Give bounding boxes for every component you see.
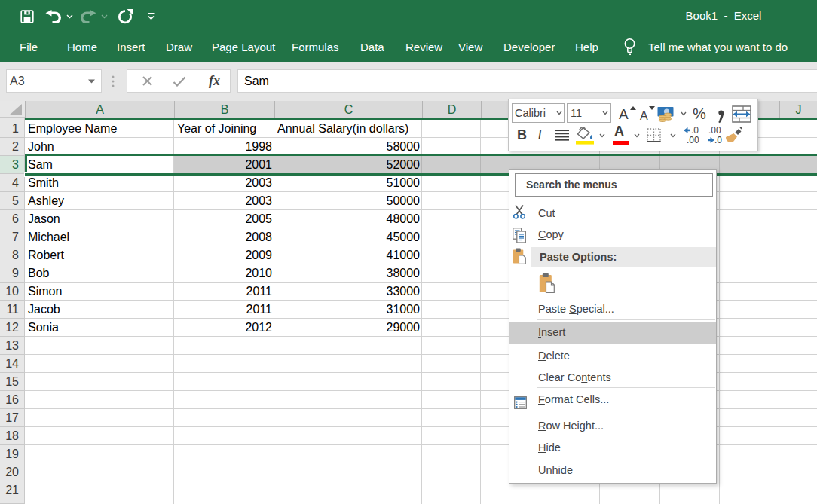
svg-text:.0: .0 <box>714 135 722 145</box>
svg-text:.00: .00 <box>687 135 699 145</box>
